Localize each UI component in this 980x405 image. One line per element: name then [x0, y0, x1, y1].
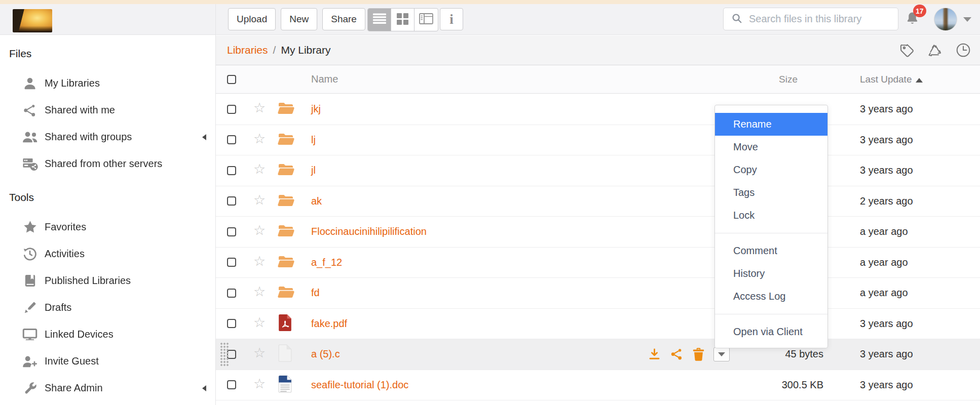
menu-item-access-log[interactable]: Access Log — [715, 285, 827, 308]
new-button[interactable]: New — [281, 8, 317, 30]
row-actions — [648, 347, 730, 361]
menu-item-rename[interactable]: Rename — [715, 113, 827, 136]
favorite-star-icon[interactable]: ☆ — [253, 316, 278, 332]
sidebar-item-invite-guest[interactable]: Invite Guest — [0, 348, 215, 375]
list-view-icon — [373, 13, 386, 26]
file-link[interactable]: fake.pdf — [311, 318, 347, 329]
last-update: 3 years ago — [860, 165, 980, 176]
favorite-star-icon[interactable]: ☆ — [253, 101, 278, 117]
sidebar-item-my-libraries[interactable]: My Libraries — [0, 70, 215, 97]
favorite-star-icon[interactable]: ☆ — [253, 193, 278, 209]
table-row[interactable]: ☆ ak 2 years ago — [216, 186, 980, 217]
tag-icon[interactable] — [898, 42, 915, 58]
sidebar-item-activities[interactable]: Activities — [0, 240, 215, 267]
sidebar-item-linked-devices[interactable]: Linked Devices — [0, 321, 215, 348]
menu-item-lock[interactable]: Lock — [715, 204, 827, 227]
upload-button[interactable]: Upload — [228, 8, 276, 30]
account-menu-caret-icon[interactable] — [963, 17, 971, 22]
table-row[interactable]: ☆ jkj 3 years ago — [216, 94, 980, 125]
grid-view-button[interactable] — [391, 9, 414, 31]
favorite-star-icon[interactable]: ☆ — [253, 163, 278, 178]
row-checkbox[interactable] — [227, 319, 236, 328]
table-row[interactable]: ☆ a_f_12 a year ago — [216, 248, 980, 278]
detail-view-button[interactable] — [414, 9, 438, 31]
last-update: a year ago — [860, 226, 980, 237]
row-checkbox[interactable] — [227, 289, 236, 298]
sidebar-item-label: Published Libraries — [45, 275, 131, 287]
clock-icon[interactable] — [955, 42, 971, 58]
menu-item-history[interactable]: History — [715, 262, 827, 285]
collapse-caret-icon[interactable] — [202, 134, 206, 140]
table-row[interactable]: ☆ Floccinaucinihilipilification a year a… — [216, 217, 980, 248]
share-button[interactable]: Share — [322, 8, 365, 30]
avatar[interactable] — [934, 8, 957, 31]
wrench-icon — [21, 380, 39, 396]
sidebar-item-share-admin[interactable]: Share Admin — [0, 375, 215, 401]
table-row[interactable]: ☆ jl 3 years ago — [216, 155, 980, 186]
file-link[interactable]: jkj — [311, 103, 321, 114]
sidebar-item-label: Share Admin — [45, 382, 103, 394]
folder-icon — [278, 101, 294, 117]
sidebar-item-shared-with-me[interactable]: Shared with me — [0, 97, 215, 124]
table-row[interactable]: ☆ lj 3 years ago — [216, 125, 980, 156]
search-input[interactable] — [749, 13, 890, 25]
file-link[interactable]: Floccinaucinihilipilification — [311, 226, 427, 237]
favorite-star-icon[interactable]: ☆ — [253, 285, 278, 301]
row-checkbox[interactable] — [227, 105, 236, 114]
table-row[interactable]: ☆ fd a year ago — [216, 278, 980, 309]
recycle-icon[interactable] — [927, 42, 943, 58]
info-button[interactable]: i — [440, 8, 463, 30]
delete-icon[interactable] — [692, 347, 705, 361]
menu-item-comment[interactable]: Comment — [715, 239, 827, 262]
row-checkbox[interactable] — [227, 258, 236, 267]
size-column-header[interactable]: Size — [758, 74, 860, 85]
share-icon[interactable] — [670, 347, 684, 361]
sidebar-item-label: My Libraries — [45, 77, 100, 89]
site-logo[interactable] — [13, 9, 52, 32]
row-checkbox[interactable] — [227, 196, 236, 206]
row-checkbox[interactable] — [227, 166, 236, 175]
file-link[interactable]: lj — [311, 134, 316, 145]
sidebar-item-shared-from-other-servers[interactable]: Shared from other servers — [0, 150, 215, 177]
favorite-star-icon[interactable]: ☆ — [253, 377, 278, 393]
file-link[interactable]: a (5).c — [311, 348, 340, 359]
list-view-button[interactable] — [368, 9, 391, 31]
sidebar-item-published-libraries[interactable]: Published Libraries — [0, 267, 215, 294]
name-column-header[interactable]: Name — [311, 73, 758, 85]
drag-handle[interactable] — [220, 342, 229, 367]
context-menu: Rename Move Copy Tags Lock Comment Histo… — [714, 105, 828, 348]
file-link[interactable]: ak — [311, 195, 322, 207]
breadcrumb-libraries-link[interactable]: Libraries — [227, 44, 268, 56]
sidebar-item-label: Shared from other servers — [45, 158, 162, 170]
favorite-star-icon[interactable]: ☆ — [253, 346, 278, 362]
select-all-checkbox[interactable] — [227, 75, 236, 84]
sidebar-heading-files: Files — [9, 48, 215, 60]
favorite-star-icon[interactable]: ☆ — [253, 132, 278, 148]
file-link[interactable]: a_f_12 — [311, 257, 342, 268]
server-share-icon — [21, 156, 39, 172]
menu-item-tags[interactable]: Tags — [715, 181, 827, 204]
sidebar-item-favorites[interactable]: Favorites — [0, 214, 215, 240]
favorite-star-icon[interactable]: ☆ — [253, 224, 278, 239]
sidebar-item-shared-with-groups[interactable]: Shared with groups — [0, 124, 215, 150]
row-checkbox[interactable] — [227, 227, 236, 236]
grid-view-icon — [397, 13, 408, 27]
row-checkbox[interactable] — [227, 135, 236, 144]
table-row[interactable]: ☆ seafile-tutorial (1).doc 300.5 KB 3 ye… — [216, 370, 980, 401]
collapse-caret-icon[interactable] — [202, 385, 206, 391]
more-actions-button[interactable] — [713, 347, 730, 361]
row-checkbox[interactable] — [227, 380, 236, 389]
last-update-column-header[interactable]: Last Update — [860, 74, 980, 85]
sidebar-item-drafts[interactable]: Drafts — [0, 294, 215, 321]
download-icon[interactable] — [648, 347, 661, 361]
favorite-star-icon[interactable]: ☆ — [253, 255, 278, 270]
menu-item-copy[interactable]: Copy — [715, 158, 827, 181]
last-update: 3 years ago — [860, 103, 980, 115]
menu-item-open-via-client[interactable]: Open via Client — [715, 320, 827, 343]
file-link[interactable]: fd — [311, 287, 320, 298]
menu-item-move[interactable]: Move — [715, 136, 827, 158]
file-link[interactable]: seafile-tutorial (1).doc — [311, 379, 408, 390]
file-link[interactable]: jl — [311, 165, 316, 176]
table-row-hovered[interactable]: ☆ a (5).c 45 bytes 3 years ago — [216, 339, 980, 370]
table-row[interactable]: ☆ fake.pdf 3 years ago — [216, 309, 980, 340]
